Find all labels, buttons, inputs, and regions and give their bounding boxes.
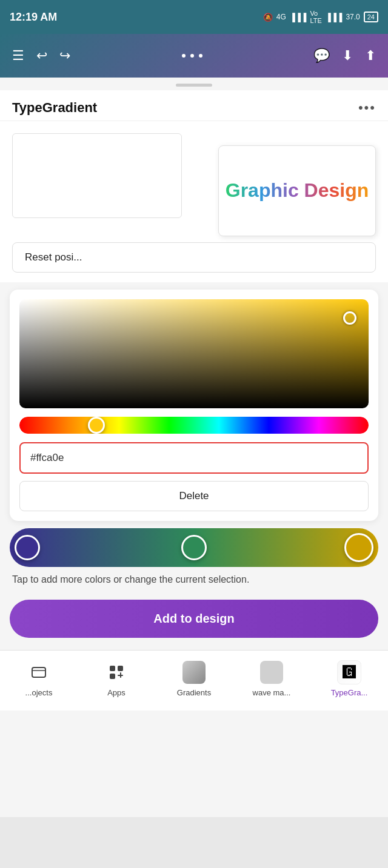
status-bar: 12:19 AM 🔕 4G ▐▐▐ VoLTE ▐▐▐ 37.0 24 <box>0 0 388 34</box>
hue-slider-wrap[interactable] <box>19 417 369 434</box>
gradient-bar-row <box>10 528 378 567</box>
hint-text: Tap to add more colors or change the cur… <box>0 567 388 590</box>
signal-bars-2: ▐▐▐ <box>326 13 343 22</box>
gradients-icon <box>182 660 206 684</box>
gradient-stop-left[interactable] <box>15 535 40 560</box>
status-time: 12:19 AM <box>10 11 57 24</box>
battery-icon: 24 <box>364 12 378 22</box>
preview-box-right: Graphic Design <box>218 145 376 236</box>
dot-2 <box>190 54 194 58</box>
app-header: TypeGradient ••• <box>0 90 388 121</box>
nav-label-gradients: Gradients <box>177 688 211 697</box>
graphic-design-preview: Graphic Design <box>226 180 369 201</box>
notification-icon: 🔕 <box>263 13 273 22</box>
toolbar-center <box>182 54 202 58</box>
nav-label-apps: Apps <box>107 688 125 697</box>
gradient-stop-mid[interactable] <box>181 535 207 560</box>
menu-icon[interactable]: ☰ <box>12 48 24 64</box>
nav-item-wavema[interactable]: wave ma... <box>233 651 310 704</box>
gradient-stop-right[interactable] <box>344 533 373 562</box>
delete-button[interactable]: Delete <box>19 481 369 511</box>
drag-handle <box>0 78 388 90</box>
nav-item-apps[interactable]: Apps <box>78 651 155 704</box>
nav-item-objects[interactable]: ...ojects <box>0 651 78 704</box>
svg-rect-3 <box>118 666 123 671</box>
toolbar: ☰ ↩ ↪ 💬 ⬇ ⬆ <box>0 34 388 78</box>
objects-icon <box>27 660 51 684</box>
svg-rect-0 <box>32 668 45 677</box>
typegra-icon: 🅶 <box>337 660 361 684</box>
app-title: TypeGradient <box>12 100 97 116</box>
main-panel: TypeGradient ••• Graphic Design Reset po… <box>0 90 388 817</box>
nav-label-typegra: TypeGra... <box>331 688 368 697</box>
svg-rect-2 <box>110 666 115 671</box>
status-icons: 🔕 4G ▐▐▐ VoLTE ▐▐▐ 37.0 24 <box>263 10 378 24</box>
color-picker-circle[interactable] <box>343 311 356 325</box>
hue-slider <box>19 417 369 434</box>
toolbar-left: ☰ ↩ ↪ <box>12 48 70 64</box>
apps-icon <box>104 660 129 684</box>
add-to-design-button[interactable]: Add to design <box>10 600 378 638</box>
preview-area: Graphic Design <box>0 121 388 242</box>
more-options-button[interactable]: ••• <box>358 100 376 116</box>
reset-position-button[interactable]: Reset posi... <box>12 242 376 273</box>
battery-percent: 37.0 <box>346 13 360 21</box>
volte-icon: VoLTE <box>310 10 321 24</box>
preview-box-left <box>12 133 182 218</box>
nav-label-objects: ...ojects <box>25 688 53 697</box>
toolbar-right: 💬 ⬇ ⬆ <box>313 48 376 64</box>
nav-item-typegra[interactable]: 🅶 TypeGra... <box>310 651 388 704</box>
color-picker-panel: Delete <box>10 290 378 521</box>
svg-rect-6 <box>120 672 121 678</box>
signal-4g: 4G <box>276 13 286 21</box>
wavema-icon <box>259 660 284 684</box>
dot-3 <box>199 54 202 58</box>
hue-thumb[interactable] <box>88 417 105 434</box>
reset-button-area: Reset posi... <box>0 242 388 282</box>
comment-icon[interactable]: 💬 <box>313 48 330 64</box>
redo-icon[interactable]: ↪ <box>59 48 70 64</box>
undo-icon[interactable]: ↩ <box>36 48 47 64</box>
nav-label-wavema: wave ma... <box>253 688 291 697</box>
bottom-nav: ...ojects Apps Gradients <box>0 650 388 711</box>
download-icon[interactable]: ⬇ <box>342 48 353 64</box>
hex-color-input[interactable] <box>19 442 369 474</box>
hex-input-wrap <box>19 442 369 474</box>
svg-rect-4 <box>110 674 115 679</box>
drag-handle-bar <box>176 84 212 87</box>
color-gradient-box[interactable] <box>19 299 369 408</box>
nav-item-gradients[interactable]: Gradients <box>155 651 233 704</box>
signal-bars: ▐▐▐ <box>290 13 307 22</box>
share-icon[interactable]: ⬆ <box>365 48 376 64</box>
dot-1 <box>182 54 186 58</box>
